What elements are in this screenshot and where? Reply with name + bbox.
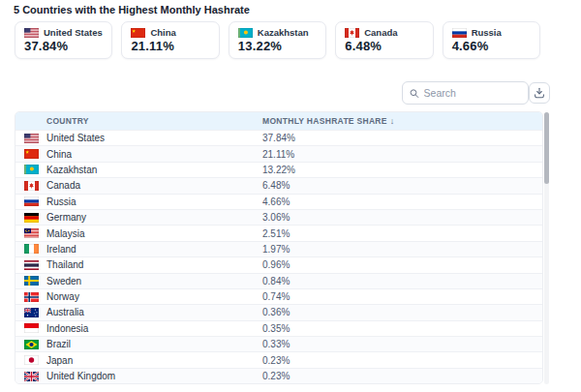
row-hashrate-share: 0.74% bbox=[262, 291, 542, 302]
row-country-name: Indonesia bbox=[46, 323, 88, 334]
table-row: Russia 4.66% bbox=[15, 194, 542, 209]
row-country-cell: Australia bbox=[15, 307, 262, 317]
country-flag-icon bbox=[238, 28, 253, 38]
row-country-name: Malaysia bbox=[46, 228, 84, 239]
row-country-name: Ireland bbox=[46, 244, 76, 255]
country-summary-card: United States 37.84% bbox=[15, 21, 112, 59]
card-hashrate-value: 21.11% bbox=[131, 39, 209, 53]
row-hashrate-share: 0.96% bbox=[262, 259, 542, 270]
country-flag-icon bbox=[24, 244, 39, 254]
row-hashrate-share: 0.33% bbox=[262, 339, 542, 349]
table-row: Malaysia 2.51% bbox=[15, 225, 542, 240]
row-country-cell: United Kingdom bbox=[15, 371, 262, 381]
country-flag-icon bbox=[24, 196, 39, 206]
sort-descending-icon: ↓ bbox=[390, 116, 395, 126]
table-row: Australia 0.36% bbox=[15, 304, 542, 319]
country-flag-icon bbox=[24, 165, 39, 174]
card-hashrate-value: 37.84% bbox=[24, 39, 103, 53]
row-country-cell: Sweden bbox=[15, 276, 262, 286]
page-title: 5 Countries with the Highest Monthly Has… bbox=[14, 4, 250, 15]
row-country-name: Germany bbox=[46, 212, 86, 223]
row-country-name: China bbox=[46, 149, 72, 160]
country-flag-icon bbox=[24, 308, 39, 317]
table-scrollbar-track[interactable] bbox=[544, 112, 549, 384]
row-country-name: Norway bbox=[46, 291, 79, 302]
search-input[interactable] bbox=[424, 87, 521, 99]
row-hashrate-share: 4.66% bbox=[262, 196, 542, 207]
download-button[interactable] bbox=[529, 82, 550, 104]
country-summary-card: Kazakhstan 13.22% bbox=[229, 21, 326, 59]
table-row: Canada 6.48% bbox=[15, 177, 542, 193]
table-row: United States 37.84% bbox=[15, 130, 542, 145]
country-flag-icon bbox=[24, 228, 39, 238]
country-flag-icon bbox=[24, 276, 39, 286]
row-country-cell: Canada bbox=[15, 180, 262, 191]
card-country-name: Russia bbox=[472, 27, 502, 38]
hashrate-table: COUNTRY MONTHLY HASHRATE SHARE ↓ United … bbox=[15, 111, 543, 384]
card-header: Canada bbox=[345, 27, 423, 38]
card-country-name: China bbox=[150, 27, 175, 38]
card-country-name: Kazakhstan bbox=[258, 27, 309, 38]
row-hashrate-share: 0.23% bbox=[262, 355, 542, 366]
download-icon bbox=[534, 87, 545, 99]
card-header: Kazakhstan bbox=[238, 27, 317, 38]
card-hashrate-value: 6.48% bbox=[345, 39, 423, 53]
row-country-cell: Germany bbox=[15, 212, 262, 223]
country-flag-icon bbox=[24, 323, 39, 333]
row-country-name: Thailand bbox=[46, 259, 83, 270]
row-country-cell: Norway bbox=[15, 291, 262, 302]
row-hashrate-share: 2.51% bbox=[262, 228, 542, 239]
card-country-name: United States bbox=[44, 27, 103, 38]
row-hashrate-share: 0.35% bbox=[262, 323, 542, 334]
row-country-cell: United States bbox=[15, 133, 262, 143]
row-country-cell: Japan bbox=[15, 355, 262, 366]
row-country-name: United States bbox=[46, 133, 105, 143]
row-country-cell: Thailand bbox=[15, 259, 262, 270]
row-hashrate-share: 21.11% bbox=[262, 149, 542, 160]
search-box[interactable] bbox=[402, 81, 529, 105]
country-flag-icon bbox=[24, 181, 39, 191]
country-flag-icon bbox=[24, 292, 39, 302]
country-flag-icon bbox=[24, 134, 39, 143]
column-header-country[interactable]: COUNTRY bbox=[15, 116, 262, 126]
row-country-name: Canada bbox=[46, 180, 80, 191]
search-icon bbox=[410, 88, 419, 99]
column-header-share[interactable]: MONTHLY HASHRATE SHARE ↓ bbox=[262, 116, 542, 126]
table-row: China 21.11% bbox=[15, 145, 542, 161]
row-hashrate-share: 3.06% bbox=[262, 212, 542, 223]
table-row: Indonesia 0.35% bbox=[15, 320, 542, 336]
row-country-cell: Kazakhstan bbox=[15, 165, 262, 175]
table-row: Ireland 1.97% bbox=[15, 241, 542, 256]
row-country-name: United Kingdom bbox=[46, 371, 115, 381]
row-hashrate-share: 0.84% bbox=[262, 276, 542, 286]
country-flag-icon bbox=[24, 260, 39, 270]
row-hashrate-share: 37.84% bbox=[262, 133, 542, 143]
row-country-name: Brazil bbox=[46, 339, 71, 349]
table-row: Japan 0.23% bbox=[15, 351, 542, 367]
row-country-name: Japan bbox=[46, 355, 73, 366]
row-country-cell: Malaysia bbox=[15, 228, 262, 239]
country-flag-icon bbox=[24, 372, 39, 381]
row-hashrate-share: 13.22% bbox=[262, 165, 542, 175]
table-scrollbar-thumb[interactable] bbox=[544, 112, 549, 184]
card-country-name: Canada bbox=[364, 27, 397, 38]
card-header: China bbox=[131, 27, 209, 38]
country-flag-icon bbox=[345, 28, 359, 38]
table-row: Thailand 0.96% bbox=[15, 256, 542, 272]
row-hashrate-share: 6.48% bbox=[262, 180, 542, 191]
row-country-name: Sweden bbox=[46, 276, 81, 286]
table-row: Sweden 0.84% bbox=[15, 273, 542, 288]
country-flag-icon bbox=[24, 149, 39, 159]
country-flag-icon bbox=[131, 28, 145, 38]
table-row: Brazil 0.33% bbox=[15, 336, 542, 351]
row-hashrate-share: 0.23% bbox=[262, 371, 542, 381]
country-flag-icon bbox=[24, 355, 39, 365]
row-country-name: Russia bbox=[46, 196, 76, 207]
country-flag-icon bbox=[24, 213, 39, 223]
card-hashrate-value: 4.66% bbox=[452, 39, 531, 53]
country-flag-icon bbox=[24, 340, 39, 349]
row-country-cell: China bbox=[15, 149, 262, 160]
table-row: Germany 3.06% bbox=[15, 209, 542, 225]
row-hashrate-share: 1.97% bbox=[262, 244, 542, 255]
hashrate-dashboard: 5 Countries with the Highest Monthly Has… bbox=[0, 0, 581, 392]
